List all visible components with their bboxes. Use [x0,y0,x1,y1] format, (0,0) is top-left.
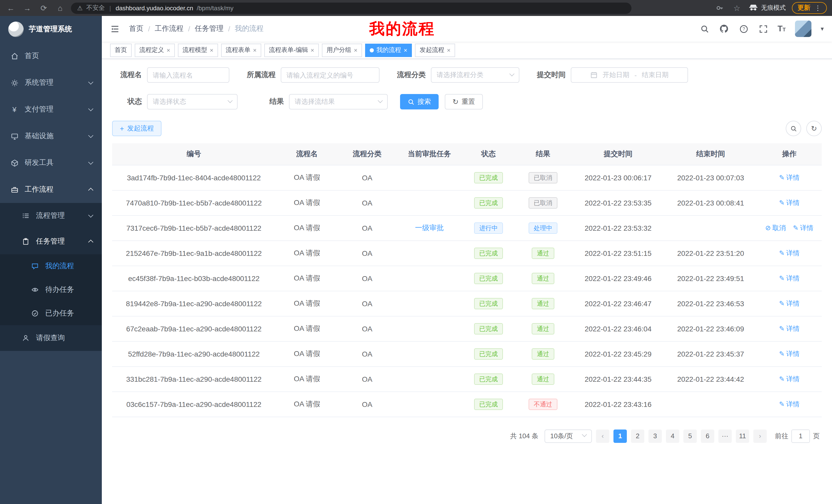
page-button[interactable]: 4 [666,429,679,443]
tab-my-process[interactable]: 我的流程× [365,44,412,57]
update-button[interactable]: 更新 ⋮ [792,2,827,14]
back-icon[interactable]: ← [5,2,17,13]
address-bar[interactable]: ⚠ 不安全 | dashboard.yudao.iocoder.cn /bpm/… [71,2,631,13]
forward-icon[interactable]: → [22,2,33,13]
close-icon[interactable]: × [404,47,407,54]
detail-link[interactable]: ✎详情 [779,274,800,283]
detail-link[interactable]: ✎详情 [779,324,800,333]
goto-page-input[interactable] [791,429,810,443]
sidebar-item-my-process[interactable]: 我的流程 [0,254,102,278]
sidebar-item-devtools[interactable]: 研发工具 [0,149,102,176]
detail-link[interactable]: ✎详情 [779,349,800,358]
table-row: 03c6c157-7b9a-11ec-a290-acde48001122 OA … [112,391,822,417]
reset-button[interactable]: ↻ 重置 [445,94,483,109]
cell-category: OA [338,241,396,265]
close-icon[interactable]: × [447,47,450,54]
cell-id: 67c2eaab-7b9a-11ec-a290-acde48001122 [112,316,276,341]
category-select[interactable]: 请选择流程分类 [431,67,519,83]
status-select[interactable]: 请选择状态 [147,94,238,109]
breadcrumb-item[interactable]: 任务管理 [195,24,224,33]
breadcrumb-item[interactable]: 工作流程 [155,24,184,33]
detail-link[interactable]: ✎详情 [779,399,800,409]
cancel-link[interactable]: ⊘取消 [765,223,786,232]
sidebar-item-system[interactable]: 系统管理 [0,69,102,96]
sidebar-item-done-tasks[interactable]: 已办任务 [0,302,102,325]
tab-process-form[interactable]: 流程表单× [221,44,261,57]
avatar-caret-icon[interactable]: ▾ [821,25,824,32]
cell-name: OA 请假 [276,165,338,190]
home-browser-icon[interactable]: ⌂ [54,2,66,13]
close-icon[interactable]: × [166,47,170,54]
prev-page-button[interactable]: ‹ [596,429,609,443]
fullscreen-icon[interactable] [758,24,768,34]
github-icon[interactable] [719,24,729,34]
bookmark-star-icon[interactable]: ☆ [731,2,743,13]
sidebar-item-todo-tasks[interactable]: 待办任务 [0,278,102,302]
search-button[interactable]: 搜索 [400,94,439,109]
detail-link[interactable]: ✎详情 [793,223,813,232]
tab-process-model[interactable]: 流程模型× [178,44,218,57]
more-pages-button[interactable]: ··· [718,429,732,443]
sidebar-item-infra[interactable]: 基础设施 [0,123,102,149]
close-icon[interactable]: × [253,47,257,54]
breadcrumb-separator: / [228,25,230,33]
logo[interactable]: 芋道管理系统 [0,16,102,43]
sidebar-item-label: 支付管理 [25,105,53,114]
sidebar-item-leave-query[interactable]: 请假查询 [0,325,102,351]
cell-task [396,165,463,190]
process-definition-input[interactable] [281,67,380,83]
page-button[interactable]: 5 [683,429,697,443]
tab-process-form-edit[interactable]: 流程表单-编辑× [264,44,319,57]
tab-home[interactable]: 首页 [110,44,132,57]
create-process-button[interactable]: + 发起流程 [112,121,161,136]
cell-submit-time: 2022-01-22 23:44:35 [572,366,665,391]
page-button[interactable]: 11 [736,429,749,443]
next-page-button[interactable]: › [753,429,767,443]
sidebar-item-workflow[interactable]: 工作流程 [0,176,102,203]
close-icon[interactable]: × [354,47,357,54]
sidebar-item-process-mgmt[interactable]: 流程管理 [0,203,102,229]
search-icon[interactable] [699,24,710,34]
table-row: 52ffd28e-7b9a-11ec-a290-acde48001122 OA … [112,341,822,366]
cancel-icon: ⊘ [765,224,771,232]
result-select[interactable]: 请选择流结果 [289,94,388,109]
detail-link[interactable]: ✎详情 [779,173,800,182]
page-button[interactable]: 2 [631,429,644,443]
font-size-icon[interactable]: TT [778,24,786,33]
toggle-search-button[interactable] [786,121,801,136]
tab-user-group[interactable]: 用户分组× [322,44,362,57]
breadcrumb-item[interactable]: 首页 [129,24,144,33]
sidebar-item-task-mgmt[interactable]: 任务管理 [0,229,102,254]
tags-view: 首页 流程定义× 流程模型× 流程表单× 流程表单-编辑× 用户分组× 我的流程… [102,41,832,59]
detail-link[interactable]: ✎详情 [779,374,800,384]
chevron-down-icon [88,213,93,218]
current-task-link[interactable]: 一级审批 [415,223,444,231]
close-icon[interactable]: × [311,47,314,54]
key-icon[interactable] [714,2,725,13]
sidebar-item-label: 流程管理 [36,211,65,220]
detail-link[interactable]: ✎详情 [779,198,800,207]
browser-menu-icon[interactable]: ⋮ [814,4,821,12]
detail-link[interactable]: ✎详情 [779,248,800,258]
tab-start-process[interactable]: 发起流程× [415,44,455,57]
avatar[interactable] [795,21,811,37]
page-size-select[interactable]: 10条/页 [545,429,592,443]
refresh-table-button[interactable]: ↻ [806,121,822,136]
process-name-input[interactable] [147,67,229,83]
sidebar-item-home[interactable]: 首页 [0,43,102,69]
reload-icon[interactable]: ⟳ [38,2,49,13]
close-icon[interactable]: × [210,47,213,54]
submit-time-range[interactable]: 开始日期 - 结束日期 [571,67,688,83]
help-icon[interactable]: ? [738,24,749,34]
result-badge: 不通过 [529,398,557,410]
detail-link[interactable]: ✎详情 [779,299,800,308]
sidebar-item-payment[interactable]: ¥ 支付管理 [0,96,102,123]
browser-actions: ☆ 无痕模式 更新 ⋮ [714,2,827,14]
page-button[interactable]: 6 [701,429,714,443]
tab-process-definition[interactable]: 流程定义× [135,44,175,57]
page-button[interactable]: 3 [648,429,662,443]
hamburger-icon[interactable] [110,24,120,34]
col-current-task: 当前审批任务 [396,143,463,165]
page-button[interactable]: 1 [614,429,627,443]
cell-name: OA 请假 [276,341,338,366]
